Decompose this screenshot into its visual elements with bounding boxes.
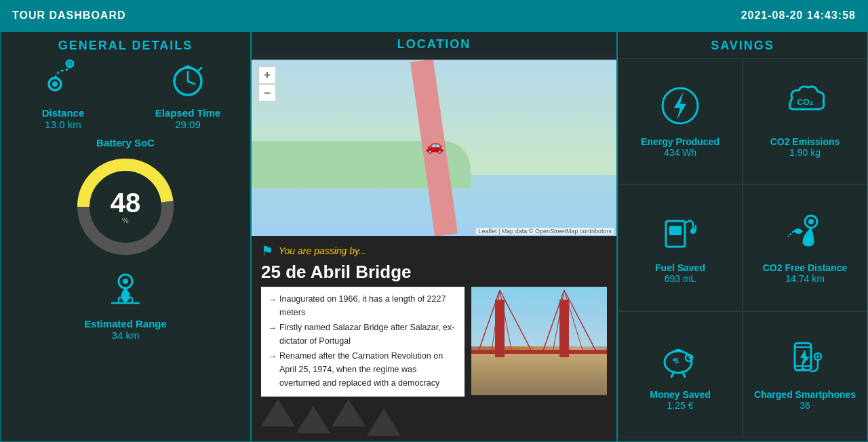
map-zoom-controls: + − xyxy=(258,66,276,102)
svg-line-20 xyxy=(553,290,564,353)
poi-facts-box: → Inaugurated on 1966, it has a length o… xyxy=(261,287,465,397)
location-section-title: LOCATION xyxy=(252,32,616,54)
smartphones-label: Charged Smartphones xyxy=(754,389,856,400)
general-details-panel: GENERAL DETAILS Distance 13.0 km xyxy=(0,31,251,442)
co2free-label: CO2 Free Distance xyxy=(763,262,848,273)
mountain-4 xyxy=(367,409,401,436)
svg-point-3 xyxy=(68,62,72,66)
energy-icon xyxy=(659,85,701,132)
poi-passing-text: You are passing by... xyxy=(279,245,367,256)
money-label: Money Saved xyxy=(650,389,710,400)
mountain-3 xyxy=(332,399,366,426)
svg-line-14 xyxy=(478,290,500,353)
co2free-icon xyxy=(784,211,826,258)
savings-grid: Energy Produced 434 Wh CO₂ CO2 Emissions… xyxy=(618,58,867,437)
poi-fact-1: → Inaugurated on 1966, it has a length o… xyxy=(268,292,458,319)
map-area: 🚗 + − Leaflet | Map data © OpenStreetMap… xyxy=(252,60,616,236)
svg-point-38 xyxy=(802,367,805,370)
svg-line-15 xyxy=(500,290,532,353)
range-label: Estimated Range xyxy=(84,318,167,329)
battery-center: 48 % xyxy=(111,189,141,224)
svg-point-1 xyxy=(52,81,58,87)
main-content: GENERAL DETAILS Distance 13.0 km xyxy=(0,31,868,442)
location-panel: LOCATION 🚗 + − Leaflet | Map data © Open… xyxy=(251,31,617,442)
money-icon: $ xyxy=(659,338,701,385)
general-section-title: GENERAL DETAILS xyxy=(58,39,193,53)
svg-text:$: $ xyxy=(675,357,679,365)
datetime: 2021-08-20 14:43:58 xyxy=(741,9,856,22)
top-bar: TOUR DASHBOARD 2021-08-20 14:43:58 xyxy=(0,0,868,31)
battery-donut: 48 % xyxy=(71,153,180,261)
elapsed-label: Elapsed Time xyxy=(155,107,220,119)
poi-fact-3: → Renamed after the Carnation Revolution… xyxy=(268,349,458,390)
poi-mountains-decoration xyxy=(261,399,401,436)
svg-point-13 xyxy=(123,279,128,284)
poi-section: ⚑ You are passing by... 25 de Abril Brid… xyxy=(252,236,616,441)
poi-flag-icon: ⚑ xyxy=(261,243,273,259)
poi-fact-2: → Firstly named Salazar Bridge after Sal… xyxy=(268,321,458,348)
map-attribution: Leaflet | Map data © OpenStreetMap contr… xyxy=(476,228,614,235)
svg-line-6 xyxy=(188,81,195,84)
poi-fact-text-3: Renamed after the Carnation Revolution o… xyxy=(279,349,458,390)
poi-header: ⚑ You are passing by... xyxy=(261,243,607,259)
savings-panel: SAVINGS Energy Produced 434 Wh xyxy=(617,31,868,442)
savings-money-cell: $ Money Saved 1.25 € xyxy=(618,311,743,437)
map-car: 🚗 xyxy=(425,137,443,155)
elapsed-value: 29:09 xyxy=(175,119,201,130)
poi-fact-text-1: Inaugurated on 1966, it has a length of … xyxy=(279,292,458,319)
poi-content: → Inaugurated on 1966, it has a length o… xyxy=(261,287,607,397)
mountain-2 xyxy=(296,406,330,433)
smartphones-value: 36 xyxy=(800,400,810,411)
zoom-out-button[interactable]: − xyxy=(258,84,276,102)
savings-smartphones-cell: Charged Smartphones 36 xyxy=(743,311,867,437)
savings-co2free-cell: CO2 Free Distance 14.74 km xyxy=(743,184,867,310)
smartphone-icon xyxy=(784,338,826,385)
distance-value: 13.0 km xyxy=(45,119,81,130)
zoom-in-button[interactable]: + xyxy=(258,66,276,84)
svg-text:CO₂: CO₂ xyxy=(797,98,813,107)
svg-line-9 xyxy=(199,68,201,71)
co2-value: 1.90 kg xyxy=(789,147,821,158)
co2free-value: 14.74 km xyxy=(785,273,825,284)
distance-elapsed-row: Distance 13.0 km Elapsed Time 29:09 xyxy=(1,58,250,130)
savings-fuel-cell: Fuel Saved 693 mL xyxy=(618,184,743,310)
co2-icon: CO₂ xyxy=(784,85,826,132)
battery-percent-value: 48 xyxy=(111,189,141,216)
app-title: TOUR DASHBOARD xyxy=(12,9,125,22)
distance-label: Distance xyxy=(42,107,85,119)
poi-name: 25 de Abril Bridge xyxy=(261,262,607,283)
fuel-label: Fuel Saved xyxy=(655,262,705,273)
savings-section-title: SAVINGS xyxy=(711,39,774,53)
poi-fact-text-2: Firstly named Salazar Bridge after Salaz… xyxy=(279,321,458,348)
range-section: Estimated Range 34 km xyxy=(84,268,167,341)
elapsed-icon xyxy=(167,58,208,104)
range-value: 34 km xyxy=(112,329,140,341)
svg-line-16 xyxy=(492,290,500,353)
savings-co2-cell: CO₂ CO2 Emissions 1.90 kg xyxy=(743,58,867,184)
range-icon xyxy=(105,268,146,317)
battery-section: Battery SoC 48 % xyxy=(1,137,250,261)
svg-line-18 xyxy=(542,290,564,353)
poi-bridge-image xyxy=(471,287,607,395)
svg-point-40 xyxy=(816,355,819,358)
co2-label: CO2 Emissions xyxy=(770,136,840,147)
distance-item: Distance 13.0 km xyxy=(1,58,125,130)
energy-label: Energy Produced xyxy=(641,136,719,147)
poi-fact-arrow-2: → xyxy=(268,321,277,336)
fuel-value: 693 mL xyxy=(665,273,696,284)
svg-rect-25 xyxy=(669,226,682,235)
savings-energy-cell: Energy Produced 434 Wh xyxy=(618,58,743,184)
svg-point-26 xyxy=(690,228,696,234)
bridge-cables-svg xyxy=(471,287,607,395)
mountain-1 xyxy=(261,399,295,426)
fuel-icon xyxy=(659,211,701,258)
elapsed-item: Elapsed Time 29:09 xyxy=(125,58,250,130)
money-value: 1.25 € xyxy=(667,400,694,411)
energy-value: 434 Wh xyxy=(664,147,696,158)
svg-line-17 xyxy=(500,290,512,353)
svg-point-28 xyxy=(808,219,814,224)
poi-fact-arrow-1: → xyxy=(268,293,277,307)
distance-icon xyxy=(43,58,83,104)
poi-fact-arrow-3: → xyxy=(268,350,277,364)
battery-label: Battery SoC xyxy=(96,137,155,148)
